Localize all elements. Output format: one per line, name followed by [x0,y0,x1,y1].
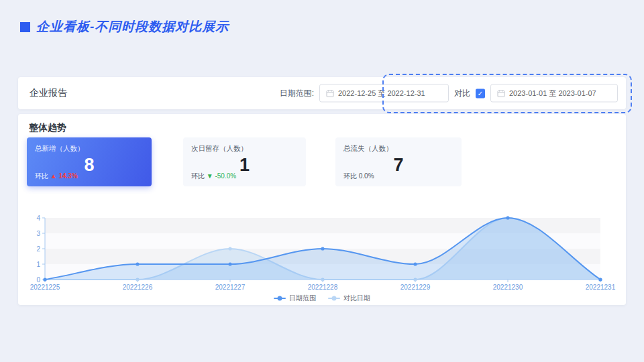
stat-ratio: 环比 ▼ -50.0% [191,172,236,181]
trend-line-chart[interactable]: 0123420221225202212262022122720221228202… [18,208,626,295]
svg-text:20221229: 20221229 [400,284,431,291]
page-title-row: 企业看板-不同时段数据对比展示 [20,18,229,36]
svg-text:20221228: 20221228 [308,284,338,291]
stat-label: 总流失（人数） [343,144,453,154]
stat-card-total-new[interactable]: 总新增（人数） 8 环比 ▲ 14.3% [27,137,152,186]
report-card: 企业报告 日期范围: 2022-12-25 至 2022-12-31 对比 ✓ [18,77,626,109]
stat-label: 总新增（人数） [35,144,144,154]
stat-card-total-churn[interactable]: 总流失（人数） 7 环比 0.0% [335,137,462,186]
chart-legend: 日期范围 对比日期 [18,294,626,303]
dashboard-page: 企业看板-不同时段数据对比展示 企业报告 日期范围: 2022-12-25 至 … [0,0,644,362]
calendar-icon [326,89,334,97]
svg-text:20221227: 20221227 [215,284,246,291]
svg-text:20221230: 20221230 [493,284,523,291]
stat-ratio: 环比 ▲ 14.3% [35,172,78,181]
legend-label: 对比日期 [343,294,370,303]
compare-checkbox[interactable]: ✓ [476,88,485,98]
date-range-label: 日期范围: [280,88,314,99]
compare-date-range-input[interactable]: 2023-01-01 至 2023-01-07 [490,84,618,103]
stat-ratio: 环比 0.0% [343,172,374,181]
trend-card-title: 整体趋势 [29,122,66,134]
primary-date-range-input[interactable]: 2022-12-25 至 2022-12-31 [319,84,449,103]
stat-card-next-day-retention[interactable]: 次日留存（人数） 1 环比 ▼ -50.0% [183,137,306,186]
svg-text:4: 4 [36,215,40,222]
legend-item-date-range[interactable]: 日期范围 [274,294,316,303]
report-card-title: 企业报告 [18,87,67,99]
svg-text:0: 0 [36,276,40,284]
page-title: 企业看板-不同时段数据对比展示 [36,18,229,36]
calendar-icon [497,89,505,97]
compare-date-range-value: 2023-01-01 至 2023-01-07 [509,88,596,99]
ratio-up-value: ▲ 14.3% [50,172,78,180]
svg-text:20221226: 20221226 [123,284,153,291]
stat-label: 次日留存（人数） [191,144,298,154]
primary-date-range-value: 2022-12-25 至 2022-12-31 [338,88,425,99]
svg-text:20221225: 20221225 [30,284,60,291]
trend-card: 整体趋势 总新增（人数） 8 环比 ▲ 14.3% 次日留存（人数） 1 环比 … [18,114,626,305]
svg-text:20221231: 20221231 [586,284,616,291]
date-controls: 日期范围: 2022-12-25 至 2022-12-31 对比 ✓ [280,84,618,103]
ratio-flat-value: 0.0% [359,172,374,180]
compare-label: 对比 [454,88,470,99]
legend-line-dot-icon [274,298,286,299]
svg-text:2: 2 [36,245,40,253]
svg-text:3: 3 [36,230,40,237]
legend-item-compare-date[interactable]: 对比日期 [328,294,370,303]
legend-label: 日期范围 [289,294,316,303]
legend-line-dot-icon [328,298,340,299]
title-square-icon [20,22,30,32]
svg-text:1: 1 [36,261,40,268]
ratio-down-value: ▼ -50.0% [207,172,236,180]
